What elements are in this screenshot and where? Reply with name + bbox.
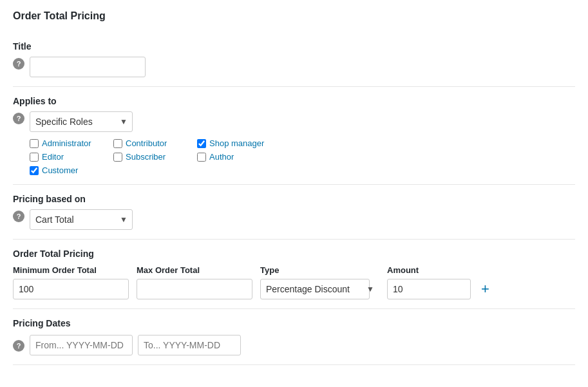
role-contributor-label: Contributor bbox=[126, 138, 167, 148]
role-customer-checkbox[interactable] bbox=[30, 166, 39, 175]
pricing-based-on-label: Pricing based on bbox=[13, 194, 575, 204]
pricing-dates-label: Pricing Dates bbox=[13, 318, 575, 328]
col-header-max: Max Order Total bbox=[137, 265, 252, 275]
amount-input[interactable] bbox=[387, 279, 471, 299]
role-shop-manager[interactable]: Shop manager bbox=[197, 138, 300, 148]
cart-total-select[interactable]: Cart Total Subtotal Order Total bbox=[30, 209, 133, 230]
role-administrator[interactable]: Administrator bbox=[30, 138, 113, 148]
role-contributor-checkbox[interactable] bbox=[113, 139, 122, 148]
order-total-pricing-label: Order Total Pricing bbox=[13, 249, 575, 259]
role-shop-manager-label: Shop manager bbox=[209, 138, 264, 148]
role-editor[interactable]: Editor bbox=[30, 152, 113, 162]
role-author-label: Author bbox=[209, 152, 234, 162]
applies-to-label: Applies to bbox=[13, 96, 575, 106]
title-label: Title bbox=[13, 41, 575, 52]
from-date-input[interactable] bbox=[30, 335, 133, 355]
to-date-input[interactable] bbox=[138, 335, 241, 355]
pricing-based-on-field-row: ? Cart Total Subtotal Order Total ▼ bbox=[13, 209, 575, 230]
role-author[interactable]: Author bbox=[197, 152, 300, 162]
col-header-type: Type bbox=[260, 265, 379, 275]
title-section: Title ? bbox=[13, 32, 575, 87]
col-header-amount: Amount bbox=[387, 265, 471, 275]
order-total-pricing-section: Order Total Pricing Minimum Order Total … bbox=[13, 240, 575, 309]
add-row-button[interactable]: + bbox=[479, 282, 492, 296]
cart-total-select-wrapper: Cart Total Subtotal Order Total ▼ bbox=[30, 209, 133, 230]
max-order-input[interactable] bbox=[137, 279, 252, 299]
order-total-table: Minimum Order Total Max Order Total Type… bbox=[13, 265, 575, 299]
role-administrator-checkbox[interactable] bbox=[30, 139, 39, 148]
title-input[interactable] bbox=[30, 57, 146, 77]
applies-to-help-icon[interactable]: ? bbox=[13, 113, 24, 124]
type-select-wrapper: Percentage Discount Fixed Discount Fixed… bbox=[260, 279, 379, 299]
role-customer[interactable]: Customer bbox=[30, 165, 113, 175]
role-contributor[interactable]: Contributor bbox=[113, 138, 197, 148]
role-shop-manager-checkbox[interactable] bbox=[197, 139, 206, 148]
pricing-dates-section: Pricing Dates ? bbox=[13, 309, 575, 365]
min-order-input[interactable] bbox=[13, 279, 129, 299]
pricing-dates-row: ? bbox=[13, 335, 575, 355]
type-select[interactable]: Percentage Discount Fixed Discount Fixed… bbox=[260, 279, 370, 299]
roles-grid: Administrator Contributor Shop manager E… bbox=[30, 138, 575, 175]
role-author-checkbox[interactable] bbox=[197, 153, 206, 162]
pricing-dates-help-icon[interactable]: ? bbox=[13, 340, 24, 352]
col-header-min: Minimum Order Total bbox=[13, 265, 129, 275]
role-subscriber-checkbox[interactable] bbox=[113, 153, 122, 162]
applies-to-field-row: ? Everyone Specific Roles Logged In User… bbox=[13, 111, 575, 132]
page-title: Order Total Pricing bbox=[13, 10, 575, 22]
role-subscriber[interactable]: Subscriber bbox=[113, 152, 197, 162]
pricing-based-on-help-icon[interactable]: ? bbox=[13, 211, 24, 222]
role-subscriber-label: Subscriber bbox=[126, 152, 166, 162]
title-field-row: ? bbox=[13, 57, 575, 77]
role-customer-label: Customer bbox=[42, 165, 78, 175]
applies-to-select-wrapper: Everyone Specific Roles Logged In Users … bbox=[30, 111, 133, 132]
pricing-based-on-section: Pricing based on ? Cart Total Subtotal O… bbox=[13, 185, 575, 240]
title-help-icon[interactable]: ? bbox=[13, 58, 24, 70]
table-header-row: Minimum Order Total Max Order Total Type… bbox=[13, 265, 575, 275]
role-editor-checkbox[interactable] bbox=[30, 153, 39, 162]
table-row: Percentage Discount Fixed Discount Fixed… bbox=[13, 279, 575, 299]
applies-to-select[interactable]: Everyone Specific Roles Logged In Users bbox=[30, 111, 133, 132]
role-editor-label: Editor bbox=[42, 152, 64, 162]
role-administrator-label: Administrator bbox=[42, 138, 91, 148]
applies-to-section: Applies to ? Everyone Specific Roles Log… bbox=[13, 87, 575, 185]
